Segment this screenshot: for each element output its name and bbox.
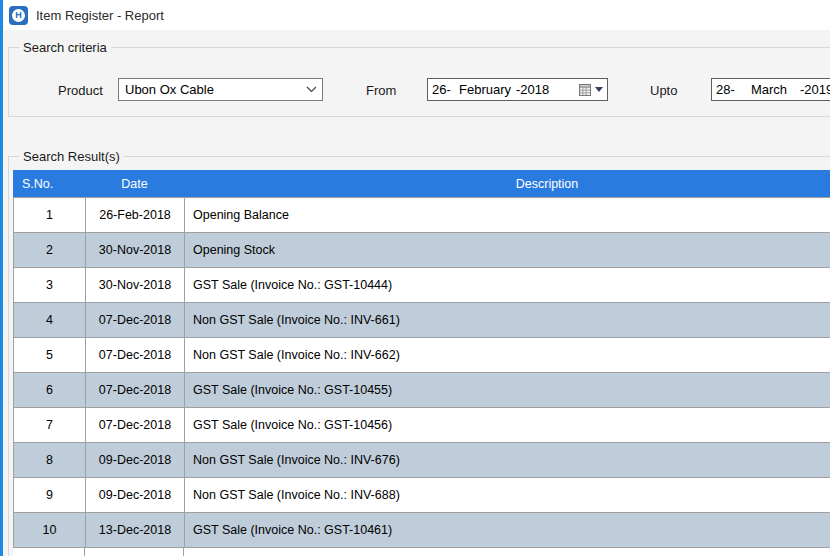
table-row[interactable]: 6 07-Dec-2018 GST Sale (Invoice No.: GST…: [14, 373, 830, 408]
search-results-legend: Search Result(s): [19, 149, 124, 164]
title-bar: H Item Register - Report: [0, 0, 830, 30]
dropdown-arrow-icon: [595, 87, 603, 92]
column-header-description[interactable]: Description: [184, 177, 830, 191]
product-dropdown[interactable]: Ubon Ox Cable: [118, 78, 323, 101]
upto-date-month[interactable]: March: [738, 82, 800, 97]
cell-date: [85, 548, 184, 556]
cell-description: Non GST Sale (Invoice No.: INV-661): [185, 303, 830, 337]
search-criteria-legend: Search criteria: [19, 40, 111, 55]
product-dropdown-value: Ubon Ox Cable: [119, 82, 300, 97]
cell-sno: 9: [14, 478, 86, 512]
cell-sno: 1: [14, 198, 86, 232]
cell-description: Opening Balance: [185, 198, 830, 232]
cell-sno: 7: [14, 408, 86, 442]
from-date-dropdown[interactable]: [578, 83, 607, 97]
cell-sno: 8: [14, 443, 86, 477]
table-row[interactable]: 3 30-Nov-2018 GST Sale (Invoice No.: GST…: [14, 268, 830, 303]
app-logo-letter: H: [15, 11, 22, 20]
cell-date: 07-Dec-2018: [86, 408, 185, 442]
from-date-month[interactable]: February: [454, 82, 516, 97]
cell-description: [184, 548, 830, 556]
cell-date: 07-Dec-2018: [86, 338, 185, 372]
cell-sno: [13, 548, 85, 556]
table-row[interactable]: 4 07-Dec-2018 Non GST Sale (Invoice No.:…: [14, 303, 830, 338]
cell-description: GST Sale (Invoice No.: GST-10444): [185, 268, 830, 302]
cell-description: Non GST Sale (Invoice No.: INV-676): [185, 443, 830, 477]
results-table-header: S.No. Date Description: [13, 170, 830, 198]
results-table-body: 1 26-Feb-2018 Opening Balance 2 30-Nov-2…: [13, 198, 830, 548]
cell-description: GST Sale (Invoice No.: GST-10461): [185, 513, 830, 547]
cell-date: 13-Dec-2018: [86, 513, 185, 547]
from-label: From: [366, 83, 396, 98]
cell-date: 30-Nov-2018: [86, 268, 185, 302]
cell-sno: 4: [14, 303, 86, 337]
cell-description: Non GST Sale (Invoice No.: INV-688): [185, 478, 830, 512]
app-logo-circle: H: [12, 9, 25, 22]
cell-description: Opening Stock: [185, 233, 830, 267]
upto-date-day[interactable]: 28-: [712, 82, 738, 97]
table-row[interactable]: 9 09-Dec-2018 Non GST Sale (Invoice No.:…: [14, 478, 830, 513]
cell-sno: 5: [14, 338, 86, 372]
cell-date: 26-Feb-2018: [86, 198, 185, 232]
table-row[interactable]: 8 09-Dec-2018 Non GST Sale (Invoice No.:…: [14, 443, 830, 478]
product-label: Product: [58, 83, 103, 98]
cell-description: GST Sale (Invoice No.: GST-10455): [185, 373, 830, 407]
table-row[interactable]: 10 13-Dec-2018 GST Sale (Invoice No.: GS…: [14, 513, 830, 548]
from-date-year[interactable]: -2018: [516, 82, 549, 97]
table-row[interactable]: 1 26-Feb-2018 Opening Balance: [14, 198, 830, 233]
cell-description: GST Sale (Invoice No.: GST-10456): [185, 408, 830, 442]
app-logo-icon: H: [9, 6, 28, 25]
cell-date: 30-Nov-2018: [86, 233, 185, 267]
results-table: S.No. Date Description 1 26-Feb-2018 Ope…: [13, 170, 830, 556]
cell-sno: 10: [14, 513, 86, 547]
cell-date: 09-Dec-2018: [86, 443, 185, 477]
cell-date: 07-Dec-2018: [86, 303, 185, 337]
cell-sno: 6: [14, 373, 86, 407]
cell-sno: 3: [14, 268, 86, 302]
cell-description: Non GST Sale (Invoice No.: INV-662): [185, 338, 830, 372]
column-header-date[interactable]: Date: [85, 177, 184, 191]
content-area: Search criteria Product Ubon Ox Cable Fr…: [0, 30, 830, 556]
table-row[interactable]: 7 07-Dec-2018 GST Sale (Invoice No.: GST…: [14, 408, 830, 443]
cell-date: 09-Dec-2018: [86, 478, 185, 512]
chevron-down-icon[interactable]: [300, 86, 322, 93]
column-header-sno[interactable]: S.No.: [13, 177, 85, 191]
window-title: Item Register - Report: [36, 8, 164, 23]
from-date-picker[interactable]: 26- February -2018: [427, 78, 608, 101]
left-accent-stripe: [0, 0, 3, 556]
table-row-partial: [13, 548, 830, 556]
table-row[interactable]: 2 30-Nov-2018 Opening Stock: [14, 233, 830, 268]
cell-sno: 2: [14, 233, 86, 267]
calendar-icon: [578, 83, 592, 97]
from-date-day[interactable]: 26-: [428, 82, 454, 97]
upto-date-year[interactable]: -2019: [800, 82, 830, 97]
cell-date: 07-Dec-2018: [86, 373, 185, 407]
item-register-window: H Item Register - Report Search criteria…: [0, 0, 830, 556]
table-row[interactable]: 5 07-Dec-2018 Non GST Sale (Invoice No.:…: [14, 338, 830, 373]
upto-label: Upto: [650, 83, 677, 98]
upto-date-picker[interactable]: 28- March -2019: [711, 78, 830, 101]
